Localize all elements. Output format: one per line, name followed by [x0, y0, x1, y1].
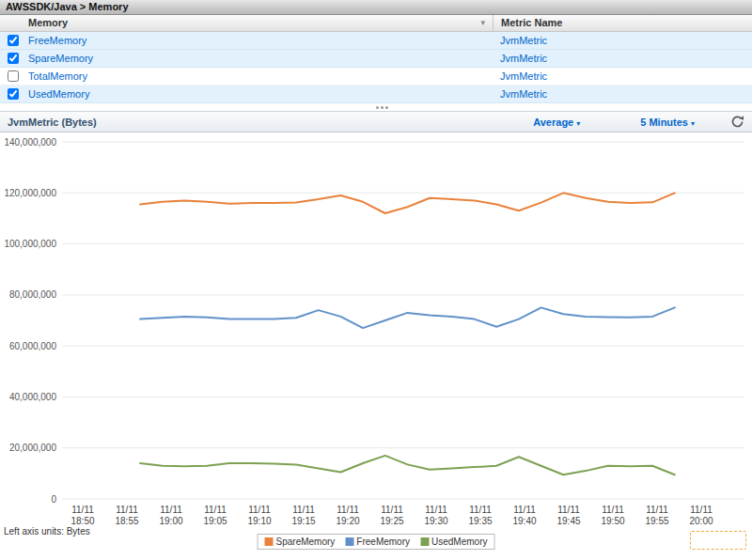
svg-text:11/11: 11/11: [469, 505, 492, 515]
column-sort-icon[interactable]: ▾: [480, 15, 485, 31]
svg-text:19:40: 19:40: [512, 516, 536, 525]
svg-text:11/11: 11/11: [646, 505, 668, 515]
svg-text:18:50: 18:50: [70, 516, 94, 525]
svg-text:11/11: 11/11: [690, 505, 713, 515]
svg-text:40,000,000: 40,000,000: [9, 392, 56, 402]
legend-label: UsedMemory: [431, 537, 487, 547]
svg-text:11/11: 11/11: [204, 505, 227, 515]
legend-swatch: [420, 537, 429, 546]
svg-text:140,000,000: 140,000,000: [4, 137, 56, 148]
svg-text:100,000,000: 100,000,000: [4, 239, 56, 249]
svg-text:11/11: 11/11: [248, 505, 271, 515]
svg-text:19:45: 19:45: [556, 516, 580, 525]
chart-title: JvmMetric (Bytes): [8, 117, 97, 128]
svg-text:19:15: 19:15: [291, 516, 315, 525]
chevron-down-icon: ▾: [691, 119, 695, 128]
column-header-metric-name[interactable]: Metric Name: [493, 15, 752, 31]
splitter-handle[interactable]: [0, 103, 752, 111]
svg-text:18:55: 18:55: [115, 516, 138, 525]
column-header-memory-label: Memory: [28, 17, 68, 28]
svg-text:11/11: 11/11: [160, 505, 182, 515]
svg-text:19:30: 19:30: [424, 516, 447, 525]
svg-text:11/11: 11/11: [425, 505, 447, 515]
breadcrumb-text: AWSSDK/Java > Memory: [6, 1, 129, 12]
svg-text:19:25: 19:25: [380, 516, 403, 525]
table-row[interactable]: FreeMemory JvmMetric: [0, 32, 752, 50]
svg-text:11/11: 11/11: [513, 505, 536, 515]
svg-text:11/11: 11/11: [71, 505, 94, 515]
row-checkbox[interactable]: [8, 53, 19, 64]
column-header-metric-name-label: Metric Name: [501, 17, 562, 28]
legend-item: UsedMemory: [420, 537, 487, 547]
row-checkbox[interactable]: [8, 88, 19, 100]
refresh-icon[interactable]: [730, 115, 744, 129]
legend-label: FreeMemory: [356, 537, 410, 547]
legend-label: SpareMemory: [276, 537, 336, 547]
svg-text:19:20: 19:20: [336, 516, 359, 525]
svg-text:19:50: 19:50: [601, 516, 624, 525]
legend-item: SpareMemory: [265, 537, 336, 547]
metric-type-link[interactable]: JvmMetric: [500, 70, 547, 82]
dashed-selection-box: [690, 531, 746, 550]
metric-type-link[interactable]: JvmMetric: [500, 88, 547, 100]
chart-panel: JvmMetric (Bytes) Average▾ 5 Minutes▾ 02…: [0, 111, 752, 560]
table-row[interactable]: UsedMemory JvmMetric: [0, 86, 752, 103]
svg-text:120,000,000: 120,000,000: [4, 188, 56, 198]
statistic-dropdown[interactable]: Average▾: [533, 117, 580, 128]
chart-footer: Left axis units: Bytes SpareMemory FreeM…: [0, 525, 752, 560]
table-header: Memory ▾ Metric Name: [0, 15, 752, 32]
legend-item: FreeMemory: [345, 537, 410, 547]
axis-units-label: Left axis units: Bytes: [4, 526, 90, 537]
metric-name-link[interactable]: FreeMemory: [28, 35, 86, 46]
column-header-memory[interactable]: Memory ▾: [0, 15, 493, 31]
period-dropdown[interactable]: 5 Minutes▾: [640, 117, 695, 128]
metric-name-link[interactable]: SpareMemory: [28, 53, 93, 64]
metric-name-link[interactable]: UsedMemory: [28, 88, 89, 100]
svg-text:20,000,000: 20,000,000: [9, 443, 56, 453]
metric-name-link[interactable]: TotalMemory: [28, 70, 87, 82]
metric-table: Memory ▾ Metric Name FreeMemory JvmMetri…: [0, 15, 752, 103]
chevron-down-icon: ▾: [576, 119, 580, 128]
metric-type-link[interactable]: JvmMetric: [500, 53, 547, 64]
chart-header: JvmMetric (Bytes) Average▾ 5 Minutes▾: [0, 111, 752, 132]
svg-text:19:05: 19:05: [203, 516, 227, 525]
svg-text:19:55: 19:55: [645, 516, 668, 525]
table-row[interactable]: SpareMemory JvmMetric: [0, 50, 752, 68]
svg-text:19:10: 19:10: [247, 516, 271, 525]
metric-type-link[interactable]: JvmMetric: [500, 35, 547, 46]
svg-text:11/11: 11/11: [557, 505, 580, 515]
row-checkbox[interactable]: [8, 35, 19, 46]
svg-text:11/11: 11/11: [602, 505, 624, 515]
svg-text:11/11: 11/11: [292, 505, 315, 515]
splitter-dots-icon: [376, 106, 379, 109]
svg-text:19:35: 19:35: [468, 516, 492, 525]
row-checkbox[interactable]: [8, 70, 19, 82]
svg-text:11/11: 11/11: [337, 505, 359, 515]
chart-legend: SpareMemory FreeMemory UsedMemory: [258, 534, 495, 550]
legend-swatch: [345, 537, 353, 546]
legend-swatch: [265, 537, 274, 546]
period-dropdown-value: 5 Minutes: [640, 117, 688, 128]
metrics-line-chart[interactable]: 020,000,00040,000,00060,000,00080,000,00…: [0, 132, 752, 525]
statistic-dropdown-value: Average: [533, 117, 573, 128]
cloudwatch-metrics-panel: AWSSDK/Java > Memory Memory ▾ Metric Nam…: [0, 0, 752, 560]
table-row[interactable]: TotalMemory JvmMetric: [0, 68, 752, 86]
breadcrumb: AWSSDK/Java > Memory: [0, 0, 752, 15]
svg-text:11/11: 11/11: [381, 505, 403, 515]
svg-text:11/11: 11/11: [116, 505, 138, 515]
svg-text:20:00: 20:00: [689, 516, 713, 525]
svg-text:19:00: 19:00: [159, 516, 182, 525]
svg-text:80,000,000: 80,000,000: [9, 289, 56, 300]
svg-text:60,000,000: 60,000,000: [9, 341, 56, 351]
svg-text:0: 0: [51, 494, 56, 505]
